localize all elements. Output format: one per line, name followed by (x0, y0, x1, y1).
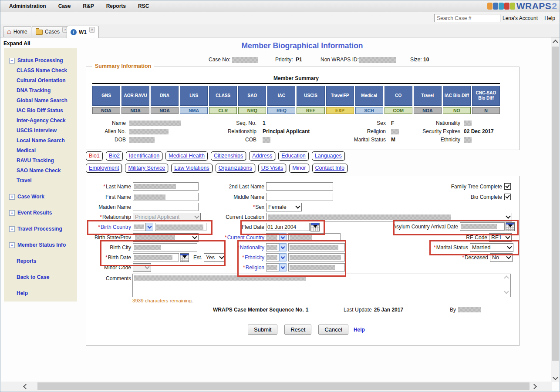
status-badge[interactable]: NRQ (238, 107, 266, 114)
sidebar-item-case-work[interactable]: +Case Work (9, 193, 77, 200)
current-country-name-input[interactable] (288, 233, 341, 241)
religion-code-select[interactable] (266, 263, 279, 271)
collapse-icon[interactable]: − (9, 58, 15, 64)
sidebar-item-help[interactable]: Help (9, 290, 77, 297)
status-badge[interactable]: N (472, 107, 500, 114)
comments-textarea[interactable] (132, 274, 511, 297)
status-badge[interactable]: NOA (151, 107, 179, 114)
menu-rp[interactable]: R&P (83, 3, 94, 9)
tab-law-violations[interactable]: Law Violations (171, 164, 212, 173)
sidebar-item-travel[interactable]: Travel (9, 177, 77, 184)
cancel-button[interactable]: Cancel (318, 325, 348, 335)
sidebar-item-cultural-orientation[interactable]: Cultural Orientation (9, 77, 77, 84)
status-badge[interactable]: NOA (414, 107, 442, 114)
sidebar-item-travel-processing[interactable]: +Travel Processing (9, 225, 77, 232)
second-last-name-input[interactable] (266, 182, 333, 191)
birth-country-code-select[interactable] (133, 223, 146, 231)
horizontal-scroll-thumb[interactable] (37, 382, 530, 390)
tab-cases[interactable]: Cases × (32, 26, 72, 37)
expand-all-link[interactable]: Expand All (3, 40, 30, 47)
submit-button[interactable]: Submit (248, 325, 277, 335)
menu-reports[interactable]: Reports (106, 3, 126, 9)
status-badge[interactable]: REQ (267, 107, 295, 114)
sidebar-item-back-to-case[interactable]: Back to Case (9, 274, 77, 281)
sidebar-item-global-name-search[interactable]: Global Name Search (9, 97, 77, 104)
tab-contact-info[interactable]: Contact Info (312, 164, 347, 173)
help-link-top[interactable]: Help (544, 15, 555, 21)
account-link[interactable]: Lena's Account (503, 15, 538, 21)
nationality-dropdown-button[interactable] (279, 243, 287, 251)
family-tree-complete-checkbox[interactable] (504, 183, 511, 190)
sidebar-item-medical[interactable]: Medical (9, 147, 77, 154)
search-case-input[interactable] (434, 14, 500, 22)
maiden-name-input[interactable] (133, 203, 199, 211)
re-code-select[interactable]: RE1 (489, 233, 512, 242)
relationship-select[interactable]: Principal Applicant (133, 213, 201, 221)
sidebar-item-uscis-interview[interactable]: USCIS Interview (9, 127, 77, 134)
status-badge[interactable]: NOA (92, 107, 120, 114)
birth-country-dropdown-button[interactable] (146, 223, 153, 231)
tab-us-visits[interactable]: US Visits (258, 164, 286, 173)
first-name-input[interactable] (133, 193, 199, 201)
status-badge[interactable]: REF (297, 107, 324, 114)
tab-bio2[interactable]: Bio2 (106, 151, 123, 161)
help-link[interactable]: Help (354, 327, 365, 333)
expand-icon[interactable]: + (9, 226, 15, 232)
status-badge[interactable]: EXP (326, 107, 354, 114)
tab-languages[interactable]: Languages (312, 151, 345, 161)
ethnicity-name-input[interactable] (288, 253, 345, 261)
deceased-select[interactable]: No (490, 253, 513, 262)
tab-employment[interactable]: Employment (86, 164, 122, 173)
scroll-up-button[interactable] (551, 37, 559, 45)
birth-date-calendar-button[interactable] (180, 253, 189, 262)
expand-icon[interactable]: + (9, 242, 15, 248)
middle-name-input[interactable] (266, 193, 333, 201)
expand-icon[interactable]: + (9, 194, 15, 200)
ethnicity-code-select[interactable] (266, 253, 279, 261)
asylum-arrival-date-calendar-button[interactable] (506, 222, 515, 231)
menu-case[interactable]: Case (58, 3, 71, 9)
current-location-select[interactable] (266, 213, 512, 221)
religion-dropdown-button[interactable] (279, 263, 287, 271)
tab-organizations[interactable]: Organizations (216, 164, 255, 173)
birth-country-name-input[interactable] (155, 223, 206, 231)
last-name-input[interactable] (133, 182, 199, 191)
menu-administration[interactable]: Administration (9, 3, 46, 9)
scroll-right-button[interactable] (528, 382, 541, 391)
current-country-code-select[interactable] (266, 233, 279, 241)
birth-state-select[interactable] (133, 233, 199, 242)
bio-complete-checkbox[interactable] (504, 194, 511, 200)
sex-select[interactable]: Female (266, 203, 302, 211)
ethnicity-dropdown-button[interactable] (279, 253, 287, 261)
status-badge[interactable]: NMA (180, 107, 208, 114)
tab-minor[interactable]: Minor (289, 164, 309, 173)
scroll-left-button[interactable] (18, 382, 31, 391)
nationality-code-select[interactable] (266, 243, 279, 251)
sidebar-item-class-name-check[interactable]: CLASS Name Check (9, 67, 77, 74)
birth-date-input[interactable] (133, 253, 179, 261)
expand-icon[interactable]: + (9, 210, 15, 216)
nationality-name-input[interactable] (288, 243, 345, 251)
vertical-scroll-thumb[interactable] (552, 47, 559, 361)
close-icon[interactable]: × (89, 27, 95, 33)
sidebar-item-member-status-info[interactable]: +Member Status Info (9, 241, 77, 248)
horizontal-scrollbar[interactable] (1, 382, 552, 391)
tab-citizenships[interactable]: Citizenships (211, 151, 246, 161)
scroll-up-icon[interactable] (504, 275, 509, 280)
tab-home[interactable]: ⌂ Home (3, 26, 31, 37)
sidebar-item-status-processing[interactable]: −Status Processing (9, 57, 77, 64)
marital-status-select[interactable]: Married (470, 243, 513, 252)
tab-military-service[interactable]: Military Service (125, 164, 168, 173)
religion-name-input[interactable] (288, 263, 345, 271)
sidebar-item-sao-name-check[interactable]: SAO Name Check (9, 167, 77, 174)
tab-medical-health[interactable]: Medical Health (165, 151, 208, 161)
scroll-down-button[interactable] (551, 374, 559, 382)
fled-date-input[interactable]: 01 Jun 2004 (266, 223, 310, 231)
sidebar-item-dna-tracking[interactable]: DNA Tracking (9, 87, 77, 94)
tab-bio1[interactable]: Bio1 (86, 151, 103, 161)
menu-rsc[interactable]: RSC (138, 3, 149, 9)
reset-button[interactable]: Reset (284, 325, 311, 335)
status-badge[interactable]: COM (385, 107, 412, 114)
birth-city-input[interactable] (133, 243, 197, 251)
sidebar-item-iac-bio-diff-status[interactable]: IAC Bio Diff Status (9, 107, 77, 114)
